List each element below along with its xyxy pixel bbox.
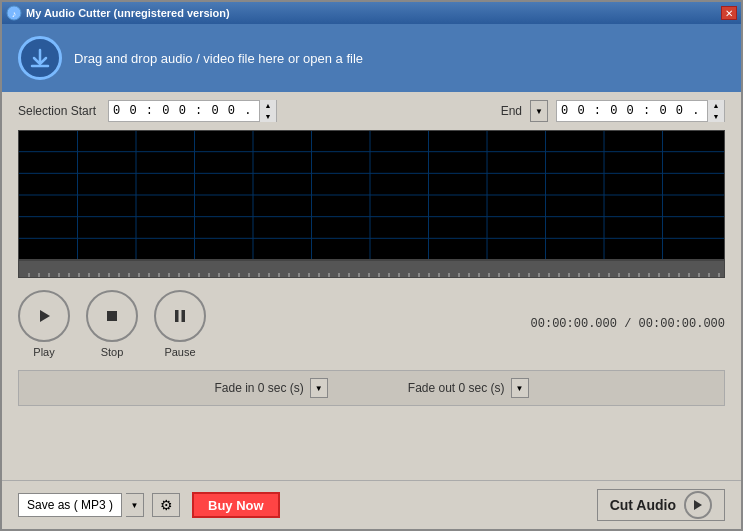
pause-button[interactable]: Pause <box>154 290 206 358</box>
ruler-svg <box>19 261 724 277</box>
play-icon <box>34 306 54 326</box>
fade-out-label: Fade out 0 sec (s) <box>408 381 505 395</box>
start-time-up[interactable]: ▲ <box>260 100 276 111</box>
svg-rect-19 <box>19 261 724 277</box>
cut-audio-button[interactable]: Cut Audio <box>597 489 725 521</box>
drop-area[interactable]: Drag and drop audio / video file here or… <box>2 24 741 92</box>
end-time-input[interactable]: ▲ ▼ <box>556 100 725 122</box>
svg-rect-95 <box>182 310 186 322</box>
close-button[interactable]: ✕ <box>721 6 737 20</box>
start-time-spinner[interactable]: ▲ ▼ <box>259 100 276 122</box>
fade-row: Fade in 0 sec (s) ▼ Fade out 0 sec (s) ▼ <box>18 370 725 406</box>
controls-row: Play Stop Pause <box>2 278 741 370</box>
buy-now-button[interactable]: Buy Now <box>192 492 280 518</box>
start-time-down[interactable]: ▼ <box>260 111 276 122</box>
pause-label: Pause <box>164 346 195 358</box>
arrow-right-icon <box>690 497 706 513</box>
svg-rect-93 <box>107 311 117 321</box>
svg-rect-94 <box>175 310 179 322</box>
fade-out-dropdown[interactable]: ▼ <box>511 378 529 398</box>
settings-button[interactable]: ⚙ <box>152 493 180 517</box>
save-format-group: Save as ( MP3 ) ▼ ⚙ <box>18 493 180 517</box>
waveform-area[interactable] <box>18 130 725 260</box>
fade-in-item: Fade in 0 sec (s) ▼ <box>214 378 327 398</box>
download-icon <box>18 36 62 80</box>
end-dropdown-arrow[interactable]: ▼ <box>530 100 548 122</box>
stop-label: Stop <box>101 346 124 358</box>
start-time-input[interactable]: ▲ ▼ <box>108 100 277 122</box>
end-time-spinner[interactable]: ▲ ▼ <box>707 100 724 122</box>
main-window: ♪ My Audio Cutter (unregistered version)… <box>0 0 743 531</box>
start-label: Selection Start <box>18 104 96 118</box>
fade-in-dropdown[interactable]: ▼ <box>310 378 328 398</box>
play-button[interactable]: Play <box>18 290 70 358</box>
cut-audio-label: Cut Audio <box>610 497 676 513</box>
play-circle[interactable] <box>18 290 70 342</box>
cut-arrow-icon <box>684 491 712 519</box>
save-format-dropdown[interactable]: ▼ <box>126 493 144 517</box>
stop-button[interactable]: Stop <box>86 290 138 358</box>
end-label: End <box>501 104 522 118</box>
drop-text: Drag and drop audio / video file here or… <box>74 51 363 66</box>
svg-marker-96 <box>694 500 702 510</box>
svg-text:♪: ♪ <box>12 9 17 19</box>
start-time-field[interactable] <box>109 101 259 121</box>
svg-marker-92 <box>40 310 50 322</box>
pause-circle[interactable] <box>154 290 206 342</box>
save-format-label: Save as ( MP3 ) <box>18 493 122 517</box>
title-bar: ♪ My Audio Cutter (unregistered version)… <box>2 2 741 24</box>
main-content: Drag and drop audio / video file here or… <box>2 24 741 529</box>
bottom-bar: Save as ( MP3 ) ▼ ⚙ Buy Now Cut Audio <box>2 480 741 529</box>
waveform-grid <box>19 131 724 259</box>
play-label: Play <box>33 346 54 358</box>
window-title: My Audio Cutter (unregistered version) <box>26 7 230 19</box>
stop-icon <box>103 307 121 325</box>
selection-row: Selection Start ▲ ▼ End ▼ ▲ ▼ <box>2 92 741 130</box>
end-time-down[interactable]: ▼ <box>708 111 724 122</box>
timeline-ruler <box>18 260 725 278</box>
end-time-up[interactable]: ▲ <box>708 100 724 111</box>
end-time-field[interactable] <box>557 101 707 121</box>
arrow-down-icon <box>28 46 52 70</box>
stop-circle[interactable] <box>86 290 138 342</box>
time-display: 00:00:00.000 / 00:00:00.000 <box>531 317 725 331</box>
title-bar-left: ♪ My Audio Cutter (unregistered version) <box>6 5 230 21</box>
pause-icon <box>171 307 189 325</box>
fade-out-item: Fade out 0 sec (s) ▼ <box>408 378 529 398</box>
app-icon: ♪ <box>6 5 22 21</box>
fade-in-label: Fade in 0 sec (s) <box>214 381 303 395</box>
